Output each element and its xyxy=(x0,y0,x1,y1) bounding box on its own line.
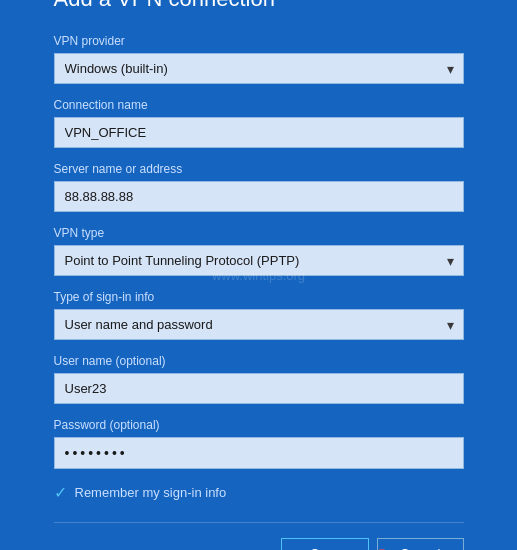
vpn-type-group: VPN type Point to Point Tunneling Protoc… xyxy=(54,226,464,276)
vpn-type-label: VPN type xyxy=(54,226,464,240)
save-button[interactable]: Save xyxy=(281,538,369,550)
connection-name-label: Connection name xyxy=(54,98,464,112)
server-name-label: Server name or address xyxy=(54,162,464,176)
vpn-provider-group: VPN provider Windows (built-in) xyxy=(54,34,464,84)
cancel-button[interactable]: Cancel xyxy=(377,538,463,550)
vpn-provider-select[interactable]: Windows (built-in) xyxy=(54,53,464,84)
sign-in-type-label: Type of sign-in info xyxy=(54,290,464,304)
sign-in-type-group: Type of sign-in info User name and passw… xyxy=(54,290,464,340)
vpn-provider-label: VPN provider xyxy=(54,34,464,48)
connection-name-group: Connection name xyxy=(54,98,464,148)
sign-in-type-select[interactable]: User name and password xyxy=(54,309,464,340)
connection-name-input[interactable] xyxy=(54,117,464,148)
buttons-row: Save ↗ Cancel xyxy=(54,522,464,550)
vpn-type-select[interactable]: Point to Point Tunneling Protocol (PPTP) xyxy=(54,245,464,276)
vpn-provider-select-wrapper: Windows (built-in) xyxy=(54,53,464,84)
remember-row: ✓ Remember my sign-in info xyxy=(54,483,464,502)
arrow-indicator: ↗ xyxy=(372,543,387,551)
dialog-title: Add a VPN connection xyxy=(54,0,464,12)
save-wrapper: Save ↗ xyxy=(281,538,369,550)
vpn-dialog: www.wintips.org Add a VPN connection VPN… xyxy=(19,0,499,550)
vpn-type-select-wrapper: Point to Point Tunneling Protocol (PPTP) xyxy=(54,245,464,276)
user-name-input[interactable] xyxy=(54,373,464,404)
server-name-input[interactable] xyxy=(54,181,464,212)
server-name-group: Server name or address xyxy=(54,162,464,212)
password-group: Password (optional) xyxy=(54,418,464,469)
password-input[interactable] xyxy=(54,437,464,469)
sign-in-type-select-wrapper: User name and password xyxy=(54,309,464,340)
password-label: Password (optional) xyxy=(54,418,464,432)
remember-label: Remember my sign-in info xyxy=(75,485,227,500)
remember-checkmark: ✓ xyxy=(54,483,67,502)
user-name-label: User name (optional) xyxy=(54,354,464,368)
user-name-group: User name (optional) xyxy=(54,354,464,404)
